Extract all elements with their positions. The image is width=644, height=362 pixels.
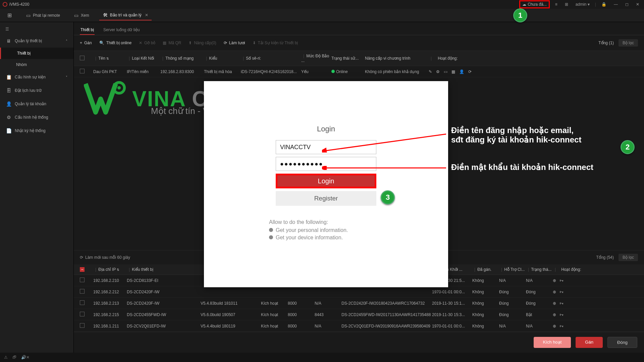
row-checkbox[interactable] [80,300,85,305]
col2-model[interactable]: Kiểu thiết bị [132,267,153,272]
col-name[interactable]: Tên [98,56,105,61]
col-net[interactable]: Thông số mạng [165,56,194,61]
online-row[interactable]: 192.168.2.213DS-2CD2420F-IWV5.4.83build … [74,298,644,309]
nav-home[interactable] [3,11,15,20]
col-fw[interactable]: Nâng cấp vi chương trình [365,56,410,61]
cell-serial: DS-2CD2420F-IW20180423AAWRC17064732 [341,301,432,306]
minimize-icon[interactable]: — [612,1,620,7]
tab-close-icon[interactable]: ✕ [145,13,148,17]
globe-icon[interactable]: ⊕ [553,278,556,283]
checkbox-all-online[interactable]: − [80,267,85,272]
nav-view[interactable]: ▭Xem [70,11,93,20]
key-icon[interactable]: 🗝 [559,278,564,283]
globe-icon[interactable]: ⊕ [553,301,556,306]
event-icon: 📋 [6,74,11,80]
row-checkbox[interactable] [80,323,85,328]
tool-add[interactable]: +Gán [80,41,92,45]
refresh-online-icon[interactable]: ⟳ [80,255,83,260]
refresh-row-icon[interactable]: ⟳ [468,69,472,74]
allow-device: Get your device information. [269,235,383,241]
grid-icon [7,13,12,18]
subtab-stream-server[interactable]: Server luồng dữ liệu [103,25,141,35]
key-icon[interactable]: 🗝 [559,290,564,294]
globe-icon[interactable]: ⊕ [553,312,556,317]
sidebar-storage-schedule[interactable]: 🗄Đặt lịch lưu trữ [0,84,73,97]
grid-action-icon[interactable]: ▦ [451,69,455,74]
cloud-status-button[interactable]: ☁ Chưa đă... [519,0,550,8]
row-checkbox[interactable] [80,278,85,282]
col2-ip[interactable]: Địa chỉ IP [98,267,116,272]
row-checkbox[interactable] [80,289,85,294]
edit-icon[interactable]: ✎ [429,69,432,74]
col-status[interactable]: Trạng thái sử... [331,56,359,61]
cell-boot: 1970-01-01 00:0... [432,324,472,328]
user-menu[interactable]: admin ▾ [574,1,592,7]
filter-input[interactable]: Bộ lọc [619,39,638,47]
alert-icon[interactable]: ⚠ [4,355,8,360]
user-action-icon[interactable]: 👤 [459,69,464,74]
username-input[interactable]: VINACCTV [276,140,376,154]
checkbox-all[interactable] [80,56,85,60]
col2-ops[interactable]: Hoạt động: [561,267,581,272]
key-icon[interactable]: 🗝 [559,301,564,306]
nav-remote-playback[interactable]: ▭Phát lại remote [22,11,63,20]
cell-status: Đóng [526,290,553,294]
password-input[interactable]: ●●●●●●●●●● [276,157,376,171]
col2-status[interactable]: Trạng thá... [531,267,551,272]
key-icon[interactable]: 🗝 [559,312,564,317]
maximize-icon[interactable]: ◻ [623,1,631,7]
sidebar-sub-group[interactable]: Nhóm [0,59,73,70]
col-conn[interactable]: Loại Kết Nối [132,56,154,61]
col-sec[interactable]: Mức Độ Bảo ... [301,54,329,63]
sidebar-system-log[interactable]: 📄Nhật ký hệ thống [0,124,73,137]
col2-cloud[interactable]: Hỗ Trợ Cl... [504,267,525,272]
close-button[interactable]: Đóng [607,337,637,348]
cell-eport: N/A [315,324,341,328]
sidebar-event-config[interactable]: 📋Cấu hình sự kiện˅ [0,70,73,84]
close-window-icon[interactable]: ✕ [634,1,641,7]
cell-status: Đóng [526,301,553,306]
globe-icon[interactable]: ⊕ [553,290,556,294]
subtab-device[interactable]: Thiết bị [80,25,95,35]
cell-cloud: Đúng [499,301,526,306]
online-row[interactable]: 192.168.2.215DS-2CD2455FWD-IWV5.6.0build… [74,309,644,320]
device-row[interactable]: Dau Ghi PKT IP/Tên miền 192.168.2.83:830… [74,66,644,77]
settings-icon[interactable]: ⚙ [436,69,440,74]
login-modal: Login VINACCTV ●●●●●●●●●● Login Register… [204,81,448,287]
login-button[interactable]: Login [276,174,376,188]
cell-model: DS-2CV2Q01EFD-IW [127,324,201,328]
online-row[interactable]: 192.168.1.211DS-2CV2Q01EFD-IWV5.4.4build… [74,320,644,332]
sidebar-system-config[interactable]: ⚙Cấu hình hệ thống [0,111,73,124]
col2-added[interactable]: Đã gán. [477,267,491,272]
menu-icon[interactable]: ≡ [553,1,559,7]
add-button[interactable]: Gán [576,337,603,348]
tool-refresh[interactable]: ⟳Làm tươi [224,41,245,45]
row-checkbox[interactable] [80,69,85,73]
online-filter[interactable]: Bộ lọc [619,254,638,261]
sidebar-sub-device[interactable]: Thiết bị [0,48,73,59]
sidebar-device-mgmt[interactable]: 🖥Quản lý thiết bị˄ [0,34,73,48]
nav-maintenance[interactable]: 🛠Bảo trì và quản lý✕ [99,10,152,20]
statusbar: ⚠ 🗗 🔊✕ [0,353,644,362]
cell-ops: ⊕🗝 [553,278,638,283]
col-act[interactable]: Hoạt động: [438,56,458,61]
camera-icon[interactable]: ▭ [444,69,447,74]
row-checkbox[interactable] [80,312,85,316]
col-serial[interactable]: Số sê-ri: [246,56,261,61]
globe-icon[interactable]: ⊕ [553,324,556,328]
sound-icon[interactable]: 🔊✕ [21,355,30,360]
device-table-header: |Tên ⇅ |Loại Kết Nối |Thông số mạng |Kiể… [74,51,644,66]
sidebar-toggle[interactable]: ☰ [0,24,73,34]
cell-added: Không [472,301,499,306]
key-icon[interactable]: 🗝 [559,324,564,328]
window-icon[interactable]: 🗗 [12,355,16,360]
activate-button[interactable]: Kích hoạt [534,337,571,348]
lock-icon[interactable]: 🔒 [599,1,608,7]
tool-online-devices[interactable]: 🔍Thiết bị online [99,41,131,45]
cloud-status-text: Chưa đă... [528,2,547,7]
sidebar-account-mgmt[interactable]: 👤Quản lý tài khoản [0,97,73,111]
register-button[interactable]: Register [276,191,376,206]
online-row[interactable]: 192.168.2.212DS-2CD2420F-IW1970-01-01 00… [74,286,644,298]
grid-toggle-icon[interactable]: ⊞ [563,1,570,7]
col-type[interactable]: Kiểu [209,56,217,61]
